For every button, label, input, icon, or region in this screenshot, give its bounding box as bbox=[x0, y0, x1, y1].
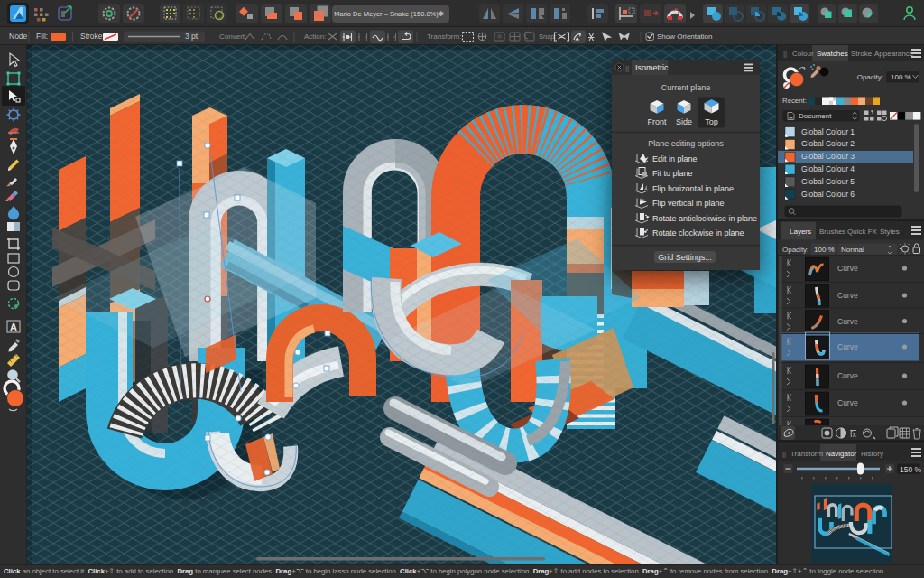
svg-text:Stroke: Stroke bbox=[80, 32, 103, 41]
svg-text:Edit in plane: Edit in plane bbox=[652, 154, 698, 163]
svg-text:Plane editing options: Plane editing options bbox=[648, 139, 724, 148]
svg-text:Curve: Curve bbox=[837, 291, 858, 300]
svg-text:Normal: Normal bbox=[841, 246, 864, 254]
svg-text:Brushes: Brushes bbox=[819, 228, 845, 236]
svg-text:3 pt: 3 pt bbox=[185, 32, 199, 41]
svg-text:Navigator: Navigator bbox=[826, 450, 857, 458]
svg-text:100 %: 100 % bbox=[891, 73, 911, 81]
svg-text:Fill:: Fill: bbox=[36, 32, 48, 41]
svg-text:Styles: Styles bbox=[880, 228, 900, 236]
svg-text:Curve: Curve bbox=[837, 398, 858, 407]
svg-text:Curve: Curve bbox=[837, 342, 858, 351]
svg-text:Stroke: Stroke bbox=[851, 50, 873, 58]
svg-text:Rotate clockwise in plane: Rotate clockwise in plane bbox=[652, 228, 744, 238]
svg-text:Document: Document bbox=[799, 112, 832, 120]
svg-text:||: || bbox=[783, 50, 787, 58]
svg-text:Appearance: Appearance bbox=[874, 50, 914, 58]
svg-text:Global Colour 1: Global Colour 1 bbox=[801, 127, 855, 136]
svg-text:fx: fx bbox=[850, 430, 857, 439]
svg-text:Opacity:: Opacity: bbox=[857, 73, 883, 81]
svg-text:Convert:: Convert: bbox=[219, 33, 246, 41]
svg-text:Current plane: Current plane bbox=[661, 83, 711, 92]
svg-text:Transform: Transform bbox=[790, 450, 823, 458]
svg-text:Rotate anticlockwise in plane: Rotate anticlockwise in plane bbox=[652, 214, 757, 223]
svg-text:Global Colour 2: Global Colour 2 bbox=[801, 139, 855, 148]
svg-text:Recent:: Recent: bbox=[782, 97, 807, 105]
svg-text:Show Orientation: Show Orientation bbox=[657, 33, 712, 41]
svg-text:Flip vertical in plane: Flip vertical in plane bbox=[652, 199, 725, 208]
svg-text:Snap:: Snap: bbox=[539, 33, 557, 41]
svg-text:Fit to plane: Fit to plane bbox=[652, 169, 693, 178]
svg-text:Layers: Layers bbox=[790, 228, 811, 236]
svg-text:Global Colour 6: Global Colour 6 bbox=[801, 190, 855, 199]
svg-text:Swatches: Swatches bbox=[817, 50, 848, 58]
svg-text:Global Colour 4: Global Colour 4 bbox=[801, 164, 855, 173]
svg-text:Action:: Action: bbox=[304, 33, 326, 41]
svg-text:||: || bbox=[782, 450, 786, 458]
svg-text:Front: Front bbox=[647, 117, 667, 126]
svg-text:Flip horizontal in plane: Flip horizontal in plane bbox=[652, 184, 734, 193]
svg-text:Curve: Curve bbox=[837, 264, 858, 273]
svg-text:A: A bbox=[10, 322, 17, 332]
svg-text:Curve: Curve bbox=[837, 371, 858, 380]
svg-text:Global Colour 3: Global Colour 3 bbox=[801, 152, 855, 161]
svg-text:Global Colour 5: Global Colour 5 bbox=[801, 177, 855, 186]
svg-text:Transform:: Transform: bbox=[427, 33, 461, 41]
svg-text:Top: Top bbox=[705, 117, 718, 126]
svg-text:History: History bbox=[861, 450, 883, 458]
svg-text:||: || bbox=[625, 64, 629, 72]
svg-text:Side: Side bbox=[676, 117, 692, 126]
svg-text:Grid Settings...: Grid Settings... bbox=[658, 253, 712, 262]
svg-text:Opacity:: Opacity: bbox=[782, 246, 808, 254]
svg-text:Isometric: Isometric bbox=[635, 63, 669, 72]
svg-text:Quick FX: Quick FX bbox=[847, 228, 878, 236]
svg-text:Curve: Curve bbox=[837, 317, 858, 326]
svg-text:Colour: Colour bbox=[792, 50, 814, 58]
svg-text:150 %: 150 % bbox=[900, 465, 922, 474]
svg-text:Node: Node bbox=[9, 32, 28, 41]
